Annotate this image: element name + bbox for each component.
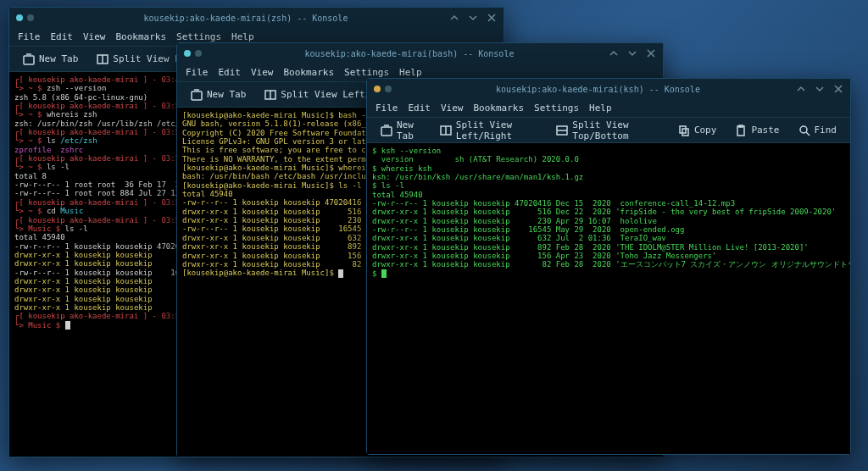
titlebar[interactable]: kousekip:ako-kaede-mirai(ksh) -- Konsole (367, 79, 850, 99)
close-button[interactable] (833, 84, 843, 94)
newtab-label: New Tab (397, 119, 421, 141)
window-title: kousekip:ako-kaede-mirai(ksh) -- Konsole (400, 85, 796, 94)
svg-point-13 (800, 126, 807, 133)
menu-bookmarks[interactable]: Bookmarks (284, 67, 335, 78)
newtab-label: New Tab (207, 89, 246, 100)
menu-bookmarks[interactable]: Bookmarks (116, 31, 167, 42)
toolbar: New Tab Split View Left/Right Split View… (367, 118, 850, 143)
copy-button[interactable]: Copy (671, 121, 724, 140)
menu-edit[interactable]: Edit (219, 67, 242, 78)
menu-file[interactable]: File (376, 103, 398, 114)
splitlr-label: Split View Left/Right (456, 119, 538, 141)
tab-dot-active[interactable] (16, 14, 23, 21)
terminal-output[interactable]: $ ksh --version version sh (AT&T Researc… (367, 143, 850, 454)
splitlr-icon (264, 89, 276, 101)
newtab-icon (23, 53, 35, 65)
konsole-window-ksh: kousekip:ako-kaede-mirai(ksh) -- Konsole… (366, 78, 851, 455)
titlebar[interactable]: kousekip:ako-kaede-mirai(bash) -- Konsol… (177, 43, 663, 64)
minimize-button[interactable] (449, 13, 459, 23)
menu-view[interactable]: View (441, 103, 464, 114)
tab-dot[interactable] (385, 86, 392, 92)
splittb-button[interactable]: Split View Top/Bottom (549, 116, 661, 145)
minimize-button[interactable] (609, 48, 619, 58)
menu-edit[interactable]: Edit (51, 31, 74, 42)
tab-dots (184, 50, 202, 57)
menu-settings[interactable]: Settings (534, 103, 579, 114)
newtab-label: New Tab (39, 53, 78, 64)
paste-button[interactable]: Paste (728, 121, 786, 140)
menubar: File Edit View Bookmarks Settings Help (367, 99, 850, 118)
maximize-button[interactable] (815, 84, 825, 94)
splitlr-icon (97, 53, 108, 65)
newtab-button[interactable]: New Tab (374, 116, 428, 145)
titlebar[interactable]: kousekip:ako-kaede-mirai(zsh) -- Konsole (9, 8, 504, 28)
paste-label: Paste (751, 125, 779, 136)
close-button[interactable] (487, 13, 497, 23)
svg-rect-6 (381, 127, 392, 136)
newtab-button[interactable]: New Tab (16, 50, 85, 69)
menu-settings[interactable]: Settings (344, 67, 389, 78)
close-button[interactable] (646, 48, 656, 58)
svg-rect-3 (192, 91, 202, 100)
menu-help[interactable]: Help (231, 31, 254, 42)
tab-dot-active[interactable] (184, 50, 191, 57)
newtab-button[interactable]: New Tab (184, 86, 253, 104)
splitlr-icon (440, 125, 452, 136)
menu-file[interactable]: File (186, 67, 209, 78)
menu-settings[interactable]: Settings (176, 31, 221, 42)
maximize-button[interactable] (627, 48, 637, 58)
menu-file[interactable]: File (18, 31, 41, 42)
find-button[interactable]: Find (792, 121, 844, 140)
menu-view[interactable]: View (251, 67, 274, 78)
minimize-button[interactable] (796, 84, 806, 94)
splittb-label: Split View Top/Bottom (572, 119, 654, 141)
menu-edit[interactable]: Edit (409, 103, 431, 114)
newtab-icon (191, 89, 203, 101)
splitlr-button[interactable]: Split View Left/Right (433, 116, 545, 145)
splittb-icon (556, 125, 568, 136)
maximize-button[interactable] (468, 13, 478, 23)
window-title: kousekip:ako-kaede-mirai(zsh) -- Konsole (42, 14, 449, 23)
tab-dot-active[interactable] (374, 86, 381, 92)
menu-help[interactable]: Help (399, 67, 422, 78)
menu-bookmarks[interactable]: Bookmarks (474, 103, 525, 114)
menu-help[interactable]: Help (589, 103, 612, 114)
tab-dot[interactable] (27, 14, 34, 21)
svg-rect-0 (24, 56, 34, 64)
newtab-icon (381, 125, 392, 136)
paste-icon (735, 125, 747, 136)
tab-dots (374, 86, 392, 92)
window-title: kousekip:ako-kaede-mirai(bash) -- Konsol… (210, 49, 609, 58)
tab-dots (16, 14, 34, 21)
tab-dot[interactable] (195, 50, 202, 57)
find-label: Find (815, 125, 837, 136)
copy-icon (678, 125, 690, 136)
search-icon (798, 125, 810, 136)
menu-view[interactable]: View (83, 31, 106, 42)
copy-label: Copy (694, 125, 717, 136)
